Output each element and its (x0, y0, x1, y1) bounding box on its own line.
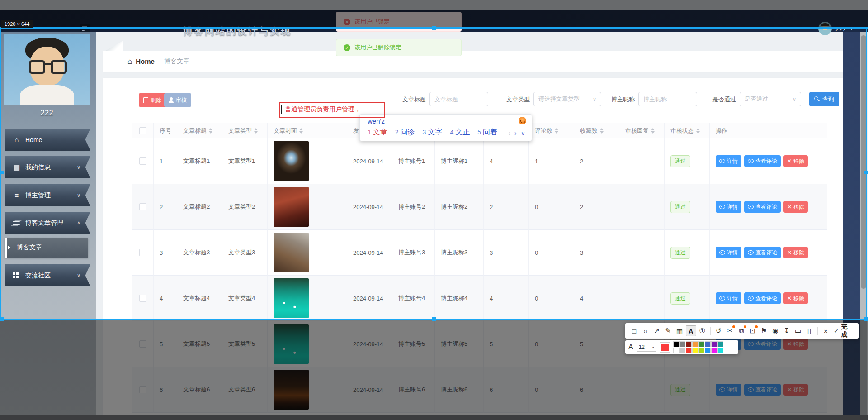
color-swatch[interactable] (673, 341, 679, 347)
record-tool-icon[interactable]: ◉ (770, 325, 780, 336)
selection-handle[interactable] (864, 317, 868, 321)
detail-button[interactable]: 详情 (716, 201, 741, 213)
rect-tool-icon[interactable]: □ (629, 325, 639, 336)
color-swatch[interactable] (679, 341, 685, 347)
remove-button[interactable]: ✕移除 (783, 292, 808, 304)
sort-icon[interactable] (600, 128, 604, 134)
color-swatch[interactable] (686, 341, 692, 347)
download-icon[interactable]: ↧ (781, 325, 792, 336)
detail-button[interactable]: 详情 (716, 155, 741, 167)
remove-button[interactable]: ✕移除 (783, 201, 808, 213)
color-swatch[interactable] (711, 348, 717, 353)
current-color-swatch[interactable] (660, 342, 670, 353)
detail-button[interactable]: 详情 (716, 292, 741, 304)
screen: 博客网站的设计与实现 222 ▾ 222 ⌂ Home ▤ 我的信息 ∨ ≡ 博… (0, 0, 868, 420)
row-checkbox[interactable] (139, 295, 146, 302)
finish-capture-button[interactable]: ✓ 完成 (832, 323, 855, 339)
sort-icon[interactable] (696, 128, 700, 134)
status-badge: 通过 (670, 247, 690, 259)
selection-handle[interactable] (432, 26, 436, 30)
ime-expand-icon[interactable]: ∨ (521, 129, 525, 137)
ocr-tool-icon[interactable]: ✂ (725, 325, 735, 336)
filter-pass-select[interactable]: 是否通过 ∨ (740, 92, 801, 106)
color-swatch[interactable] (698, 341, 704, 347)
translate-tool-icon[interactable]: ⧉ (736, 325, 746, 336)
remove-button[interactable]: ✕移除 (783, 247, 808, 258)
row-checkbox[interactable] (139, 203, 146, 210)
ellipse-tool-icon[interactable]: ○ (640, 325, 651, 336)
selection-handle[interactable] (432, 317, 436, 321)
breadcrumb-home[interactable]: Home (136, 57, 155, 65)
eye-icon (748, 250, 754, 255)
color-swatch[interactable] (705, 348, 711, 353)
sidebar-item-my-info[interactable]: ▤ 我的信息 ∨ (5, 156, 90, 178)
color-swatch[interactable] (717, 348, 723, 353)
color-swatch[interactable] (679, 348, 685, 353)
view-comments-button[interactable]: 查看评论 (744, 155, 781, 167)
ime-candidate[interactable]: 1文章 (368, 128, 387, 137)
sidebar-item-blogger-mgmt[interactable]: ≡ 博主管理 ∨ (5, 184, 90, 206)
detail-button[interactable]: 详情 (716, 247, 741, 258)
mosaic-tool-icon[interactable]: ▦ (674, 325, 684, 336)
sidebar-item-article-mgmt[interactable]: 博客文章管理 ∧ (5, 212, 90, 234)
ime-candidate[interactable]: 5问着 (477, 128, 497, 137)
font-icon: A (628, 343, 633, 351)
ime-candidate[interactable]: 3文字 (423, 128, 443, 137)
annotation-text: 普通管理员负责用户管理， (285, 105, 361, 114)
color-swatch[interactable] (705, 341, 711, 347)
filter-type-select[interactable]: 请选择文章类型 ∨ (533, 92, 601, 106)
ime-prev-icon[interactable]: ‹ (508, 129, 510, 137)
ime-emoji-icon[interactable] (519, 117, 526, 124)
table-row: 3 文章标题3 文章类型3 2024-09-14 博主账号3 博主昵称3 3 0… (132, 230, 827, 276)
home-icon: ⌂ (13, 136, 21, 143)
filter-nick-input[interactable] (638, 92, 697, 106)
selection-handle[interactable] (864, 171, 868, 174)
filter-row: 文章标题 文章类型 请选择文章类型 ∨ 博主昵称 是否通过 是否通过 ∨ 查询 (103, 91, 843, 109)
row-checkbox[interactable] (139, 249, 146, 256)
select-all-checkbox[interactable] (139, 127, 146, 134)
eye-icon (748, 159, 754, 163)
color-swatch[interactable] (717, 341, 723, 347)
selection-handle[interactable] (0, 171, 4, 174)
chevron-down-icon: ∨ (793, 96, 796, 102)
filter-nick-label: 博主昵称 (611, 95, 635, 104)
capture-dim-overlay-top (0, 0, 868, 27)
sidebar-item-home[interactable]: ⌂ Home (5, 129, 90, 151)
ime-next-icon[interactable]: › (514, 129, 517, 137)
text-tool-icon[interactable]: A (686, 325, 696, 336)
font-size-select[interactable]: 12▾ (637, 343, 656, 352)
arrow-tool-icon[interactable]: ↗ (651, 325, 662, 336)
bookmark-icon[interactable]: ▯ (804, 325, 815, 336)
annotation-rectangle[interactable]: 普通管理员负责用户管理， (279, 102, 385, 118)
sidebar-item-community[interactable]: 交流社区 ∨ (5, 264, 90, 286)
sort-icon[interactable] (651, 128, 655, 134)
view-comments-button[interactable]: 查看评论 (744, 201, 781, 213)
sort-icon[interactable] (254, 128, 258, 134)
pen-tool-icon[interactable]: ✎ (663, 325, 673, 336)
pin-tool-icon[interactable]: ⚑ (759, 325, 769, 336)
color-swatch[interactable] (692, 341, 698, 347)
color-swatch[interactable] (686, 348, 692, 353)
color-swatch[interactable] (692, 348, 698, 353)
color-swatch[interactable] (711, 341, 717, 347)
cancel-capture-icon[interactable]: × (821, 325, 831, 336)
view-comments-button[interactable]: 查看评论 (744, 292, 781, 304)
row-checkbox[interactable] (139, 158, 146, 165)
color-swatch[interactable] (673, 348, 679, 353)
remove-button[interactable]: ✕移除 (783, 155, 808, 167)
color-swatch[interactable] (698, 348, 704, 353)
ime-candidate[interactable]: 4文正 (450, 128, 470, 137)
sort-icon[interactable] (555, 128, 558, 134)
ime-candidate[interactable]: 2问诊 (395, 128, 415, 137)
view-comments-button[interactable]: 查看评论 (744, 247, 781, 258)
device-icon[interactable]: ▭ (793, 325, 803, 336)
sort-icon[interactable] (299, 128, 303, 134)
undo-icon[interactable]: ↺ (713, 325, 724, 336)
selection-handle[interactable] (0, 317, 4, 321)
filter-title-input[interactable] (429, 92, 488, 106)
step-tool-icon[interactable]: ① (697, 325, 708, 336)
search-button[interactable]: 查询 (809, 92, 839, 106)
sidebar-subitem-blog-articles[interactable]: 博客文章 (5, 238, 88, 258)
extract-text-tool-icon[interactable]: ⊡ (747, 325, 758, 336)
sort-icon[interactable] (209, 128, 212, 134)
